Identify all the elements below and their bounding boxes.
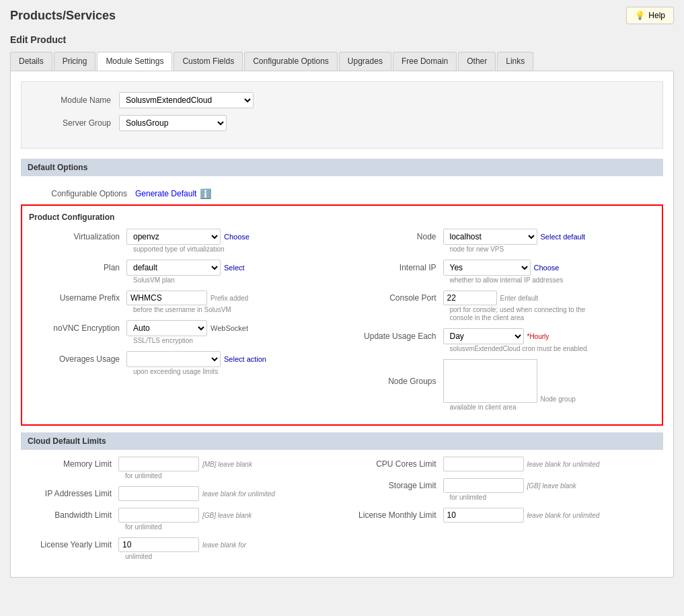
node-control: localhost Select default	[443, 229, 656, 245]
cpu-limit-row: CPU Cores Limit leave blank for unlimite…	[346, 457, 664, 471]
node-groups-control: Node group	[443, 359, 656, 403]
internal-ip-select[interactable]: YesNo	[443, 260, 531, 276]
username-prefix-block: Username Prefix Prefix added before the …	[29, 291, 339, 313]
console-port-hint2: console in the client area	[346, 314, 656, 321]
server-group-label: Server Group	[32, 118, 119, 128]
tab-custom-fields[interactable]: Custom Fields	[174, 52, 243, 71]
update-usage-hint: solusvmExtendedCloud cron must be enable…	[346, 345, 656, 352]
console-port-label: Console Port	[346, 293, 443, 303]
novnc-select[interactable]: AutoOnOff	[126, 320, 207, 336]
overages-control: Select action	[126, 351, 339, 367]
product-config-grid: Virtualization openvzkvmxen Choose suppo…	[29, 229, 655, 418]
cpu-limit-control: leave blank for unlimited	[443, 457, 664, 471]
tab-pricing[interactable]: Pricing	[54, 52, 96, 71]
bandwidth-limit-hint1: [GB] leave blank	[202, 512, 252, 519]
product-config-title: Product Configuration	[29, 213, 655, 222]
help-button[interactable]: 💡 Help	[626, 7, 674, 24]
plan-label: Plan	[29, 263, 126, 272]
tab-other[interactable]: Other	[458, 52, 496, 71]
cpu-limit-input[interactable]	[443, 457, 524, 471]
ip-limit-control: leave blank for unlimited	[118, 486, 339, 501]
console-port-hint1: port for console; used when connecting t…	[346, 306, 656, 313]
tab-module-settings[interactable]: Module Settings	[97, 52, 172, 71]
update-usage-label: Update Usage Each	[346, 332, 443, 341]
console-port-action: Enter default	[500, 295, 539, 302]
update-usage-action: *Hourly	[527, 333, 549, 340]
edit-product-subtitle: Edit Product	[0, 31, 684, 52]
module-name-row: Module Name SolusvmExtendedCloud	[32, 92, 652, 108]
node-groups-textarea[interactable]	[443, 359, 537, 403]
storage-limit-hint1: [GB] leave blank	[527, 482, 576, 490]
virtualization-row: Virtualization openvzkvmxen Choose	[29, 229, 339, 245]
internal-ip-action[interactable]: Choose	[534, 264, 560, 272]
console-port-row: Console Port Enter default	[346, 291, 656, 305]
tab-bar: Details Pricing Module Settings Custom F…	[0, 52, 684, 71]
memory-limit-label: Memory Limit	[21, 459, 118, 469]
node-row: Node localhost Select default	[346, 229, 656, 245]
node-groups-label: Node Groups	[346, 377, 443, 386]
plan-select[interactable]: default	[126, 260, 221, 276]
license-yearly-label: License Yearly Limit	[21, 540, 118, 549]
storage-limit-control: [GB] leave blank	[443, 478, 664, 493]
console-port-control: Enter default	[443, 291, 656, 305]
overages-action[interactable]: Select action	[224, 355, 266, 363]
node-action[interactable]: Select default	[541, 233, 586, 241]
bandwidth-limit-input[interactable]	[118, 508, 199, 523]
license-yearly-row: License Yearly Limit leave blank for	[21, 537, 339, 552]
module-name-select[interactable]: SolusvmExtendedCloud	[119, 92, 254, 108]
cloud-limits-left: Memory Limit [MB] leave blank for unlimi…	[21, 457, 339, 567]
tab-details[interactable]: Details	[10, 52, 52, 71]
bandwidth-limit-label: Bandwidth Limit	[21, 510, 118, 520]
tab-configurable-options[interactable]: Configurable Options	[244, 52, 338, 71]
cloud-limits-right: CPU Cores Limit leave blank for unlimite…	[346, 457, 664, 567]
console-port-block: Console Port Enter default port for cons…	[346, 291, 656, 321]
server-group-select[interactable]: SolusGroup	[119, 115, 227, 131]
help-icon: 💡	[635, 11, 645, 20]
node-select[interactable]: localhost	[443, 229, 537, 245]
tab-upgrades[interactable]: Upgrades	[339, 52, 391, 71]
generate-default-link[interactable]: Generate Default	[135, 189, 196, 198]
update-usage-block: Update Usage Each DayHour *Hourly solusv…	[346, 328, 656, 352]
license-yearly-block: License Yearly Limit leave blank for unl…	[21, 537, 339, 560]
novnc-action: WebSocket	[211, 324, 248, 332]
novnc-hint: SSL/TLS encryption	[29, 337, 339, 344]
username-prefix-input[interactable]	[126, 291, 207, 305]
ip-limit-input[interactable]	[118, 486, 199, 501]
node-groups-hint: available in client area	[346, 403, 656, 411]
cloud-limits-section: Cloud Default Limits Memory Limit [MB] l…	[21, 432, 663, 567]
tab-links[interactable]: Links	[497, 52, 533, 71]
node-groups-action: Node group	[541, 395, 576, 403]
server-group-row: Server Group SolusGroup	[32, 115, 652, 131]
page-title: Products/Services	[10, 9, 116, 23]
cpu-limit-hint: leave blank for unlimited	[527, 461, 600, 468]
console-port-input[interactable]	[443, 291, 497, 305]
license-monthly-input[interactable]	[443, 508, 524, 523]
username-prefix-control: Prefix added	[126, 291, 339, 305]
username-prefix-label: Username Prefix	[29, 293, 126, 303]
overages-block: Overages Usage Select action upon exceed…	[29, 351, 339, 375]
storage-limit-hint2: for unlimited	[346, 494, 664, 501]
virtualization-block: Virtualization openvzkvmxen Choose suppo…	[29, 229, 339, 253]
username-prefix-hint2: before the username in SolusVM	[29, 306, 339, 313]
license-yearly-hint2: unlimited	[21, 553, 339, 560]
tab-free-domain[interactable]: Free Domain	[393, 52, 457, 71]
license-monthly-block: License Monthly Limit leave blank for un…	[346, 508, 664, 523]
overages-select[interactable]	[126, 351, 221, 367]
update-usage-select[interactable]: DayHour	[443, 328, 524, 344]
username-prefix-hint1: Prefix added	[211, 295, 248, 302]
virtualization-select[interactable]: openvzkvmxen	[126, 229, 221, 245]
internal-ip-row: Internal IP YesNo Choose	[346, 260, 656, 276]
ip-limit-hint: leave blank for unlimited	[202, 490, 275, 498]
license-yearly-input[interactable]	[118, 537, 199, 552]
virtualization-action[interactable]: Choose	[224, 233, 250, 241]
overages-hint: upon exceeding usage limits	[29, 368, 339, 375]
storage-limit-row: Storage Limit [GB] leave blank	[346, 478, 664, 493]
memory-limit-input[interactable]	[118, 457, 199, 471]
plan-action[interactable]: Select	[224, 264, 245, 272]
storage-limit-input[interactable]	[443, 478, 524, 493]
info-icon: ℹ️	[200, 188, 211, 199]
virtualization-label: Virtualization	[29, 232, 126, 241]
bandwidth-limit-control: [GB] leave blank	[118, 508, 339, 523]
memory-limit-block: Memory Limit [MB] leave blank for unlimi…	[21, 457, 339, 479]
virtualization-control: openvzkvmxen Choose	[126, 229, 339, 245]
